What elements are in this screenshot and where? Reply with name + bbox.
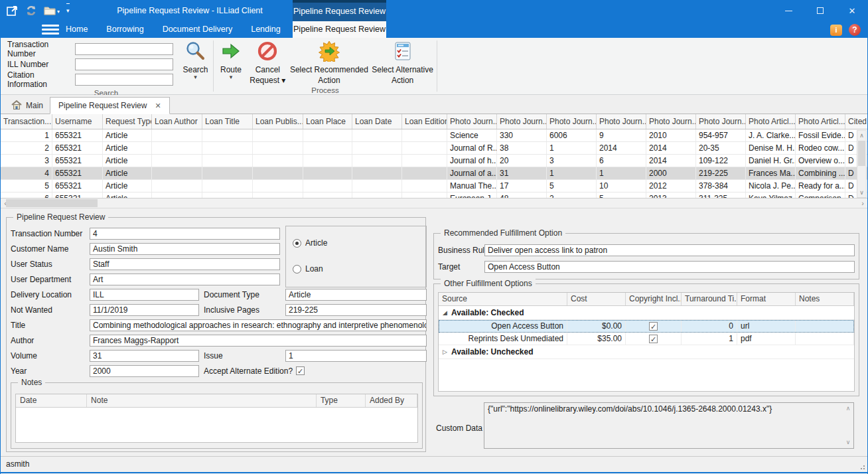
route-button[interactable]: Route ▾ [215, 38, 247, 80]
user-status-field[interactable]: Staff [90, 258, 280, 270]
target-field[interactable]: Open Access Button [484, 261, 855, 273]
scroll-up-arrow[interactable]: ∧ [857, 131, 866, 140]
grid-cell[interactable]: Frances Ma... [746, 167, 796, 179]
grid-cell[interactable] [303, 167, 352, 179]
grid-cell[interactable] [303, 180, 352, 192]
grid-cell[interactable]: Journal of a... [447, 167, 497, 179]
fulfillment-header-cell[interactable]: Cost [567, 293, 626, 305]
turnaround-cell[interactable]: 1 [682, 333, 737, 345]
grid-cell[interactable]: 2000 [646, 167, 696, 179]
grid-cell[interactable]: 2014 [646, 142, 696, 154]
notes-header-cell[interactable]: Note [87, 394, 317, 407]
grid-cell[interactable] [303, 155, 352, 167]
grid-cell[interactable] [402, 142, 447, 154]
grid-cell[interactable] [253, 193, 303, 198]
grid-header-cell[interactable]: Photo Journ... [547, 114, 597, 129]
grid-cell[interactable]: Kaya Yilmaz [746, 193, 796, 198]
hscroll-thumb[interactable] [6, 199, 98, 207]
radio-article[interactable]: Article [293, 238, 327, 248]
grid-cell[interactable]: 5 [597, 193, 646, 198]
grid-cell[interactable]: 2 [1, 142, 52, 154]
grid-cell[interactable] [253, 129, 303, 141]
grid-cell[interactable]: Nicola J. Pe... [746, 180, 796, 192]
contextual-tab-header[interactable]: Pipeline Request Review [293, 0, 386, 21]
grid-cell[interactable] [253, 180, 303, 192]
tab-document-delivery[interactable]: Document Delivery [153, 21, 242, 38]
grid-header-cell[interactable]: Photo Articl... [796, 114, 845, 129]
grid-cell[interactable] [253, 155, 303, 167]
grid-cell[interactable] [152, 129, 202, 141]
grid-cell[interactable]: Manual The... [447, 180, 497, 192]
user-department-field[interactable]: Art [90, 274, 280, 285]
tab-pipeline-request-review-active[interactable]: Pipeline Request Review [293, 21, 386, 38]
copyright-checkbox[interactable]: ✓ [649, 322, 658, 331]
tab-home[interactable]: Home [56, 21, 97, 38]
grid-cell[interactable]: 4 [1, 167, 52, 179]
grid-cell[interactable]: 655321 [52, 180, 103, 192]
fulfillment-header-cell[interactable]: Copyright Incl... [626, 293, 682, 305]
grid-cell[interactable]: 655321 [52, 193, 103, 198]
grid-row[interactable]: 3655321ArticleJournal of h...20362014109… [1, 155, 867, 167]
grid-cell[interactable]: 48 [497, 193, 547, 198]
copyright-checkbox[interactable]: ✓ [649, 335, 658, 343]
grid-cell[interactable] [352, 142, 402, 154]
grid-row[interactable]: 2655321ArticleJournal of R...38120142014… [1, 142, 867, 155]
grid-cell[interactable]: 20-35 [696, 142, 746, 154]
author-field[interactable]: Frances Maggs-Rapport [90, 335, 427, 347]
grid-cell[interactable] [303, 142, 352, 154]
grid-vertical-scrollbar[interactable]: ∧ ∨ [857, 130, 867, 198]
grid-cell[interactable]: 954-957 [696, 129, 746, 141]
source-cell[interactable]: Reprints Desk Unmediated [439, 333, 567, 345]
grid-cell[interactable] [202, 155, 253, 167]
resize-grip[interactable] [859, 463, 865, 470]
grid-cell[interactable] [152, 142, 202, 154]
grid-cell[interactable] [352, 129, 402, 141]
grid-cell[interactable]: 3 [547, 155, 597, 167]
info-icon[interactable]: i [830, 25, 842, 36]
grid-cell[interactable]: Article [103, 167, 152, 179]
grid-cell[interactable] [352, 180, 402, 192]
customdata-scroll-down[interactable]: ∨ [844, 439, 852, 445]
grid-cell[interactable]: 378-384 [696, 180, 746, 192]
scroll-right-arrow[interactable]: › [859, 198, 867, 208]
grid-cell[interactable] [202, 167, 253, 179]
grid-cell[interactable]: 2014 [597, 142, 646, 154]
grid-cell[interactable]: European J... [447, 193, 497, 198]
grid-cell[interactable]: 38 [497, 142, 547, 154]
grid-cell[interactable]: 2010 [646, 129, 696, 141]
format-cell[interactable]: url [737, 320, 796, 332]
grid-header-cell[interactable]: Photo Journ... [497, 114, 547, 129]
grid-cell[interactable]: 330 [497, 129, 547, 141]
grid-header-cell[interactable]: Request Type [103, 114, 152, 129]
grid-cell[interactable]: 5 [1, 180, 52, 192]
grid-header-cell[interactable]: Photo Journ... [447, 114, 497, 129]
folder-icon[interactable]: ▾ [44, 3, 60, 18]
grid-cell[interactable] [303, 129, 352, 141]
issue-field[interactable]: 1 [285, 350, 427, 362]
notes-header-cell[interactable]: Date [16, 394, 87, 407]
grid-cell[interactable]: 5 [547, 180, 597, 192]
grid-cell[interactable] [402, 180, 447, 192]
volume-field[interactable]: 31 [90, 350, 199, 362]
grid-cell[interactable]: Article [103, 180, 152, 192]
grid-cell[interactable]: 1 [597, 167, 646, 179]
grid-cell[interactable]: 1 [547, 167, 597, 179]
cancel-request-button[interactable]: Cancel Request ▾ [247, 38, 289, 85]
expanded-icon[interactable]: ◢ [443, 309, 447, 316]
grid-cell[interactable]: 6 [1, 193, 52, 198]
grid-cell[interactable]: Rodeo cow... [796, 142, 845, 154]
grid-header-cell[interactable]: Loan Date [352, 114, 402, 129]
grid-row[interactable]: 5655321ArticleManual The...175102012378-… [1, 180, 867, 193]
grid-horizontal-scrollbar[interactable]: ‹ › [1, 198, 867, 208]
grid-cell[interactable]: 219-225 [696, 167, 746, 179]
not-wanted-field[interactable]: 11/1/2019 [90, 304, 199, 316]
grid-header-cell[interactable]: Photo Journ... [597, 114, 646, 129]
grid-cell[interactable]: 2013 [646, 193, 696, 198]
grid-cell[interactable]: Article [103, 193, 152, 198]
tab-borrowing[interactable]: Borrowing [97, 21, 153, 38]
copyright-cell[interactable]: ✓ [626, 333, 682, 345]
notes-header-cell[interactable]: Added By [366, 394, 417, 407]
source-cell[interactable]: Open Access Button [439, 320, 567, 332]
grid-cell[interactable]: 20 [497, 155, 547, 167]
grid-cell[interactable]: 31 [497, 167, 547, 179]
